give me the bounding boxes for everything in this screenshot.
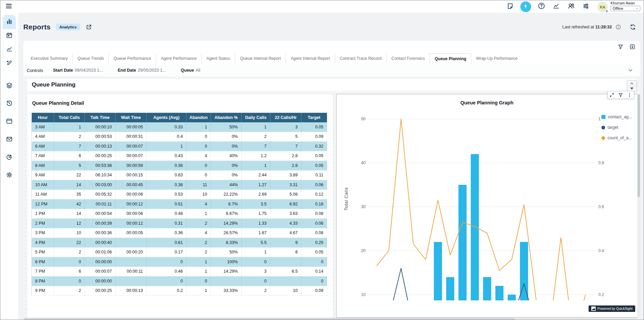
table-row[interactable]: 8 AM500:53:3600:00:590.3600%12.80.05 <box>32 161 327 171</box>
hour-cell: 5 PM <box>32 247 54 257</box>
tab-contact-forensics[interactable]: Contact Forensics <box>386 53 429 64</box>
tab-contract-trace-record[interactable]: Contract Trace Record <box>335 53 387 64</box>
sidebar-item-pie-chart[interactable] <box>3 151 16 164</box>
table-row[interactable]: 1 PM1400:00:5400:00:060.4816.67%1.753.63… <box>32 209 327 219</box>
column-header[interactable]: Total Calls <box>54 113 85 122</box>
visual-filter-icon[interactable] <box>618 92 624 98</box>
table-row[interactable]: 11 AM3500:05:3200:00:060.531022.22%2.695… <box>32 190 327 199</box>
queue-planning-graph-visual[interactable]: Queue Planning Graph Total Calls 501400.… <box>336 94 638 318</box>
queue-control[interactable]: Queue All <box>181 68 200 73</box>
controls-collapse-icon[interactable] <box>627 67 634 73</box>
horizontal-scrollbar[interactable] <box>23 318 637 320</box>
value-cell: 35 <box>54 190 85 199</box>
column-header[interactable]: Target <box>301 113 327 122</box>
table-row[interactable]: 2 PM1200:00:3900:00:120.31214.29%1.334.3… <box>32 219 327 228</box>
notes-icon[interactable] <box>505 2 515 11</box>
avatar[interactable]: KA <box>597 2 608 12</box>
tab-wrap-up-performance[interactable]: Wrap-Up Performance <box>471 53 522 64</box>
value-cell: 6 <box>54 267 85 276</box>
scroll-up-button[interactable] <box>627 80 637 86</box>
sidebar-item-gear[interactable] <box>3 169 16 182</box>
users-icon[interactable] <box>566 2 576 11</box>
value-cell: 0.38 <box>147 180 187 190</box>
column-header[interactable]: Hour <box>32 113 54 122</box>
maximize-icon[interactable] <box>609 92 615 98</box>
column-header[interactable]: Abandon % <box>211 113 242 122</box>
horizontal-scroll-thumb[interactable] <box>24 318 515 320</box>
value-cell: 0 <box>187 132 211 142</box>
sidebar-item-design[interactable] <box>3 57 16 71</box>
column-header[interactable]: Wait Time <box>116 113 147 122</box>
help-icon[interactable] <box>537 2 546 11</box>
svg-text:50: 50 <box>361 117 366 121</box>
legend-item-contact-ag-[interactable]: contact_ag... <box>601 115 632 119</box>
table-row[interactable]: 6 PM000:00:0001100%00 <box>32 257 327 267</box>
table-row[interactable]: 3 PM1000:00:3600:00:050.36428.57%1.674.6… <box>32 228 327 238</box>
topbar: KA Khurram Awan Offline <box>0 0 644 13</box>
table-row[interactable]: 7 PM600:00:0700:00:110.46114.29%36.50.14 <box>32 267 327 276</box>
metrics-icon[interactable] <box>551 2 561 11</box>
vertical-scrollbar[interactable] <box>637 94 640 317</box>
tab-queue-interval-report[interactable]: Queue Interval Report <box>235 53 286 64</box>
tab-executive-summary[interactable]: Executive Summary <box>26 53 72 64</box>
legend-item-count-of-a-[interactable]: count_of_a... <box>601 136 632 140</box>
info-icon[interactable] <box>615 24 621 30</box>
kebab-menu-icon[interactable] <box>626 92 633 98</box>
settings-sliders-icon[interactable] <box>581 2 591 11</box>
table-row[interactable]: 6 AM700:00:1300:00:07100%770.32 <box>32 142 327 151</box>
sidebar-item-layers[interactable] <box>3 79 16 93</box>
table-row[interactable]: 5 PM200:01:0600:00:200.17250%160.05 <box>32 247 327 257</box>
flash-button[interactable] <box>520 1 531 12</box>
bar-chart-icon <box>6 18 13 26</box>
table-row[interactable]: 3 AM100:00:1000:00:050.33150%130.05 <box>32 122 327 132</box>
start-date-control[interactable]: Start Date 09/04/2023 1... <box>53 68 103 73</box>
table-row[interactable]: 9 PM200:00:2500:00:130.2133.33%2100.09 <box>32 286 327 296</box>
table-row[interactable]: 4 PM2200:00:400.6128.33%5.590.25 <box>32 238 327 248</box>
status-dropdown[interactable]: Offline <box>611 6 640 11</box>
tab-queue-trends[interactable]: Queue Trends <box>72 53 108 64</box>
column-header[interactable]: Talk Time <box>85 113 116 122</box>
filter-icon[interactable] <box>617 44 624 50</box>
value-cell: 14.29% <box>211 267 242 276</box>
queue-planning-detail-visual[interactable]: Queue Planning Detail HourTotal CallsTal… <box>27 94 333 318</box>
value-cell: 42 <box>54 199 85 209</box>
export-icon[interactable] <box>629 44 636 50</box>
vertical-scroll-thumb[interactable] <box>638 94 640 197</box>
table-row[interactable]: 4 AM200:00:5300:00:310.400%250.09 <box>32 132 327 142</box>
scroll-down-button[interactable] <box>627 86 637 92</box>
table-row[interactable]: 9 AM2206:10:3400:00:150.6300%2.443.890.1… <box>32 170 327 180</box>
table-row[interactable]: 10 AM1400:03:0000:00:450.381144%1.273.31… <box>32 180 327 190</box>
table-row[interactable]: 12 PM4200:01:1100:00:120.5148.7%3.56.920… <box>32 199 327 209</box>
sidebar-item-calendar[interactable] <box>3 29 16 43</box>
column-header[interactable]: Daily Calls <box>242 113 270 122</box>
tab-queue-planning[interactable]: Queue Planning <box>429 53 471 64</box>
refresh-icon[interactable] <box>629 24 636 30</box>
menu-icon[interactable] <box>4 2 13 11</box>
table-row[interactable]: 8 PM000:00:000000 <box>32 276 327 286</box>
value-cell: 00:00:05 <box>116 228 147 238</box>
value-cell: 00:53:36 <box>85 161 116 171</box>
column-header[interactable]: Agents (Avg) <box>147 113 187 122</box>
value-cell: 9 <box>270 238 301 248</box>
sidebar-item-mail[interactable] <box>3 133 16 146</box>
value-cell: 3.89 <box>270 170 301 180</box>
external-link-icon[interactable] <box>85 24 92 30</box>
hour-cell: 9 PM <box>32 286 54 296</box>
column-header[interactable]: Abandon <box>187 113 211 122</box>
value-cell: 5 <box>54 161 85 171</box>
tab-queue-performance[interactable]: Queue Performance <box>108 53 156 64</box>
sidebar-item-history[interactable] <box>3 97 16 110</box>
end-date-control[interactable]: End Date 29/05/2023 1... <box>118 68 166 73</box>
value-cell: 0.05 <box>301 247 327 257</box>
column-header[interactable]: 22 Calls/Hr <box>270 113 301 122</box>
table-row[interactable]: 7 AM600:00:2500:00:070.43440%1.22.80.05 <box>32 151 327 161</box>
sidebar-item-line-chart[interactable] <box>3 43 16 57</box>
tab-agent-interval-report[interactable]: Agent Interval Report <box>286 53 335 64</box>
tab-agent-status[interactable]: Agent Status <box>201 53 235 64</box>
value-cell: 0% <box>211 132 242 142</box>
legend-item-target[interactable]: target <box>601 125 632 130</box>
tab-agent-performance[interactable]: Agent Performance <box>156 53 201 64</box>
sidebar-item-window[interactable] <box>3 115 16 128</box>
visual-title: Queue Planning Detail <box>27 94 333 106</box>
sidebar-item-bar-chart[interactable] <box>3 15 16 29</box>
